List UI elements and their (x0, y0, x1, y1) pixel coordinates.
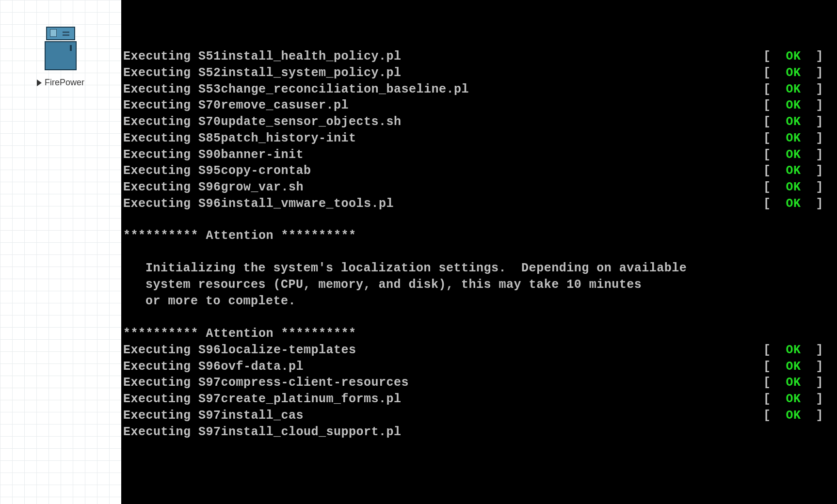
status-ok: OK (786, 392, 801, 406)
status-bracket: [ OK ] (763, 408, 823, 424)
console-line: Executing S95copy-crontab[ OK ] (123, 163, 823, 179)
console-line: Executing S96install_vmware_tools.pl[ OK… (123, 196, 823, 212)
status-bracket: [ OK ] (763, 147, 823, 163)
console-text: Executing S52install_system_policy.pl (123, 65, 402, 81)
console-line: Executing S90banner-init[ OK ] (123, 147, 823, 163)
tree-label-text: FirePower (45, 78, 84, 88)
status-ok: OK (786, 82, 801, 96)
status-bracket: [ OK ] (763, 179, 823, 196)
status-ok: OK (786, 343, 801, 357)
sidebar: FirePower (0, 0, 121, 504)
status-bracket: [ OK ] (763, 163, 823, 179)
console-line: Executing S85patch_history-init[ OK ] (123, 130, 823, 147)
attention-body-line: Initializing the system's localization s… (123, 260, 823, 277)
status-ok: OK (786, 66, 801, 80)
console-line: Executing S96grow_var.sh[ OK ] (123, 179, 823, 196)
status-ok: OK (786, 180, 801, 194)
status-ok: OK (786, 409, 801, 423)
expand-icon[interactable] (37, 79, 42, 86)
status-bracket: [ OK ] (763, 359, 823, 375)
console-text: Executing S96localize-templates (123, 342, 356, 359)
status-bracket: [ OK ] (763, 130, 823, 147)
status-bracket: [ OK ] (763, 375, 823, 391)
status-bracket: [ OK ] (763, 65, 823, 81)
status-ok: OK (786, 164, 801, 178)
status-bracket: [ OK ] (763, 81, 823, 98)
console-line: Executing S70update_sensor_objects.sh[ O… (123, 114, 823, 130)
status-bracket: [ OK ] (763, 391, 823, 408)
console-line: Executing S97compress-client-resources[ … (123, 375, 823, 391)
console-text: Executing S97install_cas (123, 408, 304, 424)
console-line: Executing S70remove_casuser.pl[ OK ] (123, 97, 823, 114)
status-ok: OK (786, 376, 801, 390)
status-ok: OK (786, 197, 801, 211)
console-text: Executing S51install_health_policy.pl (123, 48, 402, 65)
attention-header: ********** Attention ********** (123, 326, 823, 342)
console-line: Executing S51install_health_policy.pl[ O… (123, 48, 823, 65)
console-area[interactable]: Executing S51install_health_policy.pl[ O… (121, 0, 837, 504)
console-line: Executing S96localize-templates[ OK ] (123, 342, 823, 359)
status-bracket: [ OK ] (763, 48, 823, 65)
console-text: Executing S96ovf-data.pl (123, 359, 304, 375)
console-text: Executing S90banner-init (123, 147, 304, 163)
console-text: Executing S97compress-client-resources (123, 375, 409, 391)
console-line: Executing S96ovf-data.pl[ OK ] (123, 359, 823, 375)
attention-header: ********** Attention ********** (123, 228, 823, 244)
tree-label[interactable]: FirePower (37, 78, 84, 88)
status-ok: OK (786, 360, 801, 374)
status-bracket: [ OK ] (763, 97, 823, 114)
console-text: Executing S97create_platinum_forms.pl (123, 391, 402, 408)
status-bracket: [ OK ] (763, 114, 823, 130)
console-line: Executing S53change_reconciliation_basel… (123, 81, 823, 98)
console-text: Executing S96install_vmware_tools.pl (123, 196, 394, 212)
status-bracket: [ OK ] (763, 342, 823, 359)
console-text: Executing S96grow_var.sh (123, 179, 304, 196)
console-text: Executing S85patch_history-init (123, 130, 356, 147)
console-text: Executing S95copy-crontab (123, 163, 311, 179)
tree-item-firepower[interactable]: FirePower (37, 27, 84, 88)
server-icon (44, 27, 78, 73)
console-line: Executing S97create_platinum_forms.pl[ O… (123, 391, 823, 408)
console-line: Executing S52install_system_policy.pl[ O… (123, 65, 823, 81)
console-text: Executing S97install_cloud_support.pl (123, 424, 402, 441)
status-bracket: [ OK ] (763, 196, 823, 212)
attention-body-line: system resources (CPU, memory, and disk)… (123, 277, 823, 293)
attention-body-line: or more to complete. (123, 293, 823, 310)
status-ok: OK (786, 98, 801, 112)
console-line: Executing S97install_cas[ OK ] (123, 408, 823, 424)
status-ok: OK (786, 131, 801, 145)
status-ok: OK (786, 115, 801, 129)
status-ok: OK (786, 49, 801, 63)
status-ok: OK (786, 148, 801, 162)
console-text: Executing S70update_sensor_objects.sh (123, 114, 402, 130)
console-text: Executing S70remove_casuser.pl (123, 97, 349, 114)
console-text: Executing S53change_reconciliation_basel… (123, 81, 469, 98)
console-line: Executing S97install_cloud_support.pl (123, 424, 823, 441)
